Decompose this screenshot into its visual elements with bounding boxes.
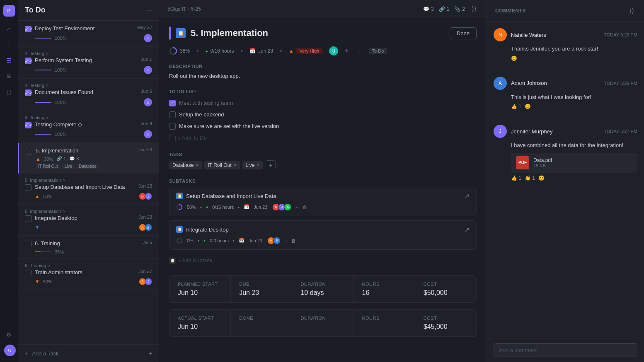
todo-text: Meet with testing team — [179, 100, 233, 106]
task-name: 6. Training — [35, 240, 139, 247]
subtasks-section: SUBTASKS 📋 Setup Database and Import Liv… — [169, 179, 477, 267]
task-date: Jun 23 — [138, 147, 152, 152]
add-todo-button[interactable]: / Add To Do — [169, 132, 477, 144]
external-link-icon[interactable]: ↗ — [464, 192, 470, 200]
reaction[interactable]: 😊 — [511, 56, 517, 61]
list-item[interactable]: 4. Testing > ✓ Perform System Testing Ju… — [18, 47, 159, 79]
comment-time: TODAY 5:29 PM — [604, 81, 637, 86]
comments-panel: COMMENTS ⟩⟩ N Natalie Waters TODAY 5:29 … — [487, 0, 644, 362]
task-checkbox[interactable] — [25, 241, 31, 247]
collapse-panel-button[interactable]: ⟩⟩ — [470, 4, 478, 14]
stats-grid-planned: PLANNED START Jun 10 DUE Jun 23 DURATION… — [169, 275, 477, 303]
delete-subtask-icon[interactable]: 🗑 — [303, 205, 307, 210]
add-meta-icon[interactable]: + — [345, 47, 349, 55]
external-link-icon[interactable]: ↗ — [464, 226, 470, 234]
list-item[interactable]: 5. Implementation > Setup Database and I… — [18, 174, 159, 205]
comment-time: TODAY 5:29 PM — [604, 32, 637, 37]
task-checkbox[interactable] — [25, 184, 31, 191]
attach-count: 📎 2 — [454, 6, 465, 12]
panel-menu-icon[interactable]: ··· — [146, 6, 152, 14]
task-progress-bar — [35, 134, 51, 135]
stat-done: DONE — [231, 310, 292, 336]
reaction[interactable]: 👍 1 — [511, 175, 521, 181]
done-button[interactable]: Done — [450, 27, 477, 39]
task-checkbox[interactable]: ✓ — [25, 89, 31, 96]
task-checkbox[interactable] — [25, 270, 31, 276]
home-icon[interactable]: ⌂ — [2, 22, 16, 36]
pdf-icon: PDF — [516, 156, 529, 169]
docs-icon[interactable]: ◻ — [2, 85, 16, 99]
comment-item: A Adam Johnson TODAY 5:29 PM This is jus… — [494, 77, 637, 110]
list-item[interactable]: 6. Training > Train Administrators Jun 2… — [18, 259, 159, 290]
task-checkbox[interactable] — [25, 215, 31, 222]
user-icon[interactable]: U — [2, 344, 16, 357]
task-name: Deploy Test Environment — [35, 25, 134, 32]
task-panel: To Do ··· ✓ Deploy Test Environment May … — [18, 0, 159, 362]
todo-checkbox[interactable] — [169, 111, 176, 118]
emoji-picker-icon[interactable]: 😊 — [525, 104, 531, 109]
stats-grid-actual: ACTUAL START Jun 10 DONE DURATION HOURS … — [169, 309, 477, 337]
task-parent: 6. Training > — [25, 263, 152, 268]
subtask-item: 📋 Setup Database and Import Live Data ↗ … — [169, 187, 477, 216]
todo-text: Make sure we are set with the live versi… — [179, 123, 279, 129]
add-tag-button[interactable]: + — [266, 160, 276, 170]
task-tags: IT Roll Out Live Database — [26, 164, 152, 169]
task-parent: 5. Implementation > — [25, 209, 152, 214]
comment-input[interactable] — [494, 343, 637, 357]
stat-label: DUE — [239, 282, 283, 287]
link-count: 🔗 1 — [439, 6, 450, 12]
tag-remove-icon[interactable]: ✕ — [257, 163, 260, 167]
task-checkbox[interactable]: ✓ — [25, 26, 31, 32]
task-checkbox[interactable]: ✓ — [25, 122, 31, 128]
tag-itrollout: IT Roll Out ✕ — [204, 161, 240, 169]
tag-remove-icon[interactable]: ✕ — [233, 163, 237, 167]
stat-value: $50,000 — [424, 289, 468, 297]
list-item[interactable]: ✓ Deploy Test Environment May 27 100% U — [18, 21, 159, 47]
tasks-icon[interactable]: ☰ — [2, 54, 16, 67]
list-item[interactable]: 5. Implementation Jun 23 ▲ 38% 🔗 1 💬 3 I… — [18, 143, 159, 174]
tag-remove-icon[interactable]: ✕ — [195, 163, 199, 167]
link-icon: 🔗 — [439, 6, 445, 12]
tag-database: Database ✕ — [169, 161, 202, 169]
inbox-icon[interactable]: ✉ — [2, 70, 16, 83]
comment-count: 💬 3 — [423, 6, 434, 12]
stat-label: PLANNED START — [178, 282, 222, 287]
add-subtask-label: / Add Subtask — [179, 257, 212, 263]
comment-attachment: PDF Data.pdf 15 KB — [511, 153, 637, 173]
task-checkbox[interactable] — [26, 148, 32, 154]
todo-checkbox[interactable]: ✓ — [169, 100, 176, 106]
list-item[interactable]: 6. Training Jul 5 35% — [18, 236, 159, 258]
task-progress-bar — [35, 251, 51, 252]
subtask-date: Jun 23 — [254, 205, 267, 210]
app-logo: P — [3, 5, 15, 17]
reaction[interactable]: 👍 1 — [511, 104, 521, 109]
comment-meta: Natalie Waters — [511, 32, 600, 38]
svg-point-4 — [177, 238, 182, 243]
panel-title: To Do — [25, 6, 46, 14]
task-percent: 50% — [43, 279, 52, 284]
task-name: Setup Database and Import Live Data — [35, 183, 135, 191]
tags-section: TAGS Database ✕ IT Roll Out ✕ Live ✕ + — [169, 152, 477, 170]
search-icon[interactable]: ⊹ — [2, 38, 16, 51]
list-item[interactable]: 4. Testing > ✓ Testing Complete ◇ Jun 9 … — [18, 111, 159, 143]
comments-header: COMMENTS ⟩⟩ — [487, 0, 644, 22]
task-parent: 4. Testing > — [25, 51, 152, 56]
delete-subtask-icon[interactable]: 🗑 — [291, 238, 296, 243]
settings-icon[interactable]: ⚙ — [2, 328, 16, 341]
todo-checkbox[interactable] — [169, 123, 176, 130]
attachment-info: Data.pdf 15 KB — [533, 157, 552, 168]
emoji-picker-icon[interactable]: 😊 — [538, 175, 545, 181]
assignee: U — [329, 46, 338, 56]
add-task-button[interactable]: + Add a Task + — [18, 344, 159, 362]
add-subtask-button[interactable]: 📋 / Add Subtask — [169, 254, 477, 267]
add-task-plus-icon[interactable]: + — [149, 350, 152, 357]
list-item[interactable]: 5. Implementation > Integrate Desktop Ju… — [18, 205, 159, 236]
task-date: Jun 6 — [141, 89, 152, 94]
add-assignee-icon[interactable]: + — [295, 205, 298, 210]
add-assignee-icon[interactable]: + — [285, 238, 287, 243]
collapse-comments-button[interactable]: ⟩⟩ — [627, 6, 636, 15]
list-item[interactable]: 4. Testing > ✓ Document Issues Found Jun… — [18, 79, 159, 111]
title-accent — [169, 27, 171, 40]
reaction[interactable]: 👏 1 — [525, 175, 535, 181]
task-checkbox[interactable]: ✓ — [25, 58, 31, 64]
